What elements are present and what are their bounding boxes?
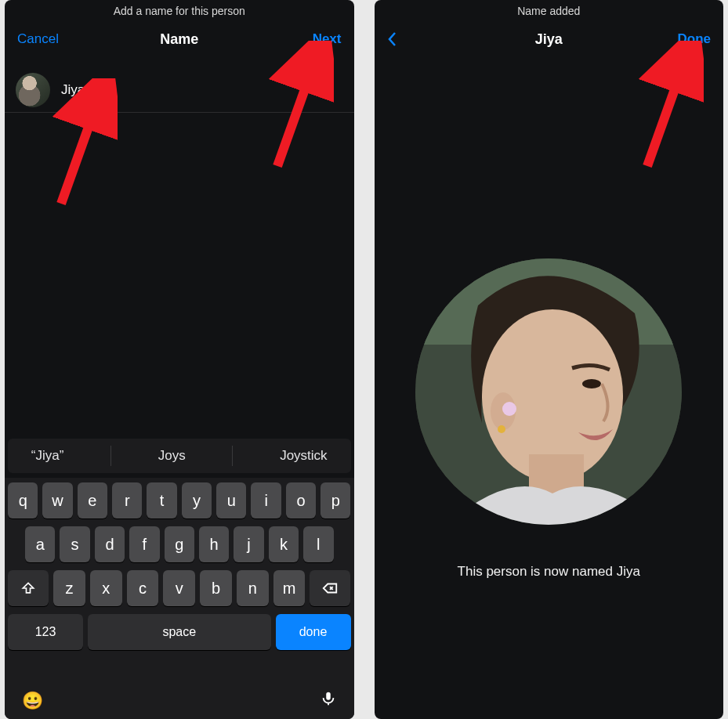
key-t[interactable]: t bbox=[147, 482, 176, 518]
done-button[interactable]: Done bbox=[678, 31, 712, 47]
key-c[interactable]: c bbox=[127, 570, 159, 606]
person-avatar-large bbox=[415, 258, 682, 525]
mic-icon[interactable] bbox=[320, 690, 337, 712]
key-h[interactable]: h bbox=[199, 526, 229, 562]
key-v[interactable]: v bbox=[163, 570, 195, 606]
phone-left: Add a name for this person Cancel Name N… bbox=[5, 0, 354, 719]
caption-right: Name added bbox=[375, 5, 724, 17]
key-shift[interactable] bbox=[8, 570, 49, 606]
back-button[interactable] bbox=[387, 31, 397, 47]
suggestion-2[interactable]: Joys bbox=[158, 448, 186, 464]
key-n[interactable]: n bbox=[237, 570, 269, 606]
key-j[interactable]: j bbox=[234, 526, 263, 562]
name-input[interactable] bbox=[61, 82, 218, 98]
nav-title: Name bbox=[80, 31, 279, 48]
key-y[interactable]: y bbox=[182, 482, 212, 518]
key-u[interactable]: u bbox=[216, 482, 246, 518]
svg-point-9 bbox=[582, 379, 601, 388]
nav-title: Jiya bbox=[450, 31, 649, 48]
key-space[interactable]: space bbox=[88, 614, 271, 650]
key-d[interactable]: d bbox=[95, 526, 125, 562]
key-m[interactable]: m bbox=[273, 570, 306, 606]
key-l[interactable]: l bbox=[303, 526, 333, 562]
suggestion-1[interactable]: “Jiya” bbox=[31, 448, 64, 464]
key-backspace[interactable] bbox=[310, 570, 350, 606]
emoji-icon[interactable]: 😀 bbox=[22, 691, 43, 711]
svg-point-7 bbox=[498, 425, 505, 433]
key-numbers[interactable]: 123 bbox=[8, 614, 83, 650]
key-x[interactable]: x bbox=[90, 570, 122, 606]
svg-line-10 bbox=[647, 56, 686, 166]
key-g[interactable]: g bbox=[165, 526, 194, 562]
keyboard-footer: 😀 bbox=[5, 683, 354, 719]
key-e[interactable]: e bbox=[78, 482, 107, 518]
key-s[interactable]: s bbox=[60, 526, 89, 562]
navbar: Jiya Done bbox=[375, 22, 724, 56]
key-b[interactable]: b bbox=[200, 570, 232, 606]
key-w[interactable]: w bbox=[42, 482, 72, 518]
navbar: Cancel Name Next bbox=[5, 22, 354, 56]
next-button[interactable]: Next bbox=[313, 31, 342, 47]
annotation-arrow bbox=[633, 41, 704, 174]
key-done[interactable]: done bbox=[276, 614, 351, 650]
key-f[interactable]: f bbox=[129, 526, 159, 562]
suggestion-divider bbox=[110, 446, 111, 466]
svg-point-8 bbox=[502, 402, 516, 416]
keyboard: q w e r t y u i o p a s d f g h j k l z bbox=[5, 478, 354, 683]
key-k[interactable]: k bbox=[269, 526, 299, 562]
phone-right: Name added Jiya Done bbox=[375, 0, 724, 719]
avatar-thumbnail[interactable] bbox=[16, 73, 50, 107]
name-input-row bbox=[5, 67, 354, 113]
cancel-button[interactable]: Cancel bbox=[17, 31, 59, 47]
key-p[interactable]: p bbox=[321, 482, 350, 518]
key-i[interactable]: i bbox=[251, 482, 281, 518]
suggestion-3[interactable]: Joystick bbox=[280, 448, 327, 464]
key-r[interactable]: r bbox=[112, 482, 142, 518]
caption-left: Add a name for this person bbox=[5, 5, 354, 17]
key-z[interactable]: z bbox=[53, 570, 85, 606]
key-q[interactable]: q bbox=[8, 482, 38, 518]
confirmation-text: This person is now named Jiya bbox=[375, 564, 724, 580]
keyboard-suggestions: “Jiya” Joys Joystick bbox=[8, 439, 351, 473]
key-a[interactable]: a bbox=[25, 526, 55, 562]
suggestion-divider bbox=[232, 446, 233, 466]
key-o[interactable]: o bbox=[286, 482, 316, 518]
